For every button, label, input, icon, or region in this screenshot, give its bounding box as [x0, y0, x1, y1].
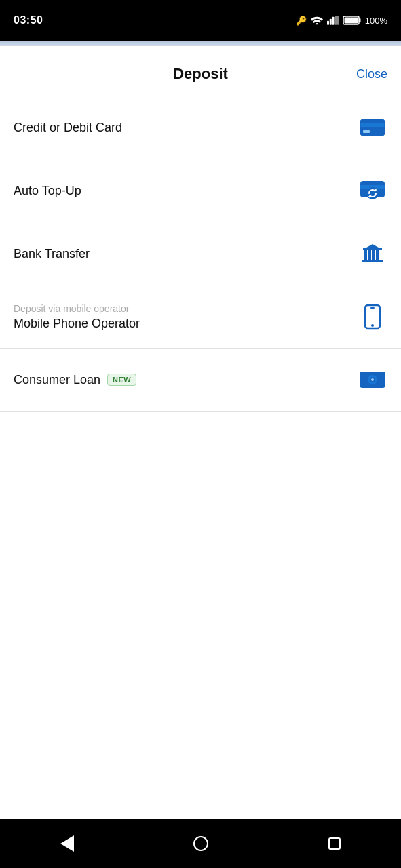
menu-item-title-consumer-loan: Consumer Loan [14, 373, 100, 387]
nav-home-button[interactable] [184, 827, 218, 861]
svg-rect-7 [359, 18, 361, 22]
menu-item-auto-top-up[interactable]: Auto Top-Up [0, 159, 401, 222]
svg-point-14 [366, 187, 379, 199]
menu-item-mobile-phone-operator[interactable]: Deposit via mobile operator Mobile Phone… [0, 285, 401, 349]
svg-rect-6 [344, 18, 358, 24]
key-icon: 🔑 [296, 16, 307, 26]
svg-rect-10 [363, 130, 370, 133]
menu-item-title-mobile: Mobile Phone Operator [14, 317, 140, 331]
svg-rect-21 [376, 250, 379, 260]
page-title: Deposit [173, 65, 228, 83]
status-time: 03:50 [14, 14, 43, 26]
accent-bar [0, 41, 401, 46]
svg-rect-20 [372, 250, 375, 260]
svg-rect-0 [327, 21, 329, 25]
svg-rect-25 [370, 307, 375, 309]
menu-item-title-bank-transfer: Bank Transfer [14, 247, 90, 261]
svg-point-26 [371, 324, 374, 327]
bank-icon [358, 239, 387, 269]
svg-rect-22 [362, 260, 383, 262]
svg-rect-18 [364, 250, 367, 260]
signal-icon [327, 16, 339, 25]
close-button[interactable]: Close [356, 67, 387, 81]
recents-icon [328, 837, 341, 850]
main-content: Deposit Close Credit or Debit Card Auto … [0, 46, 401, 819]
nav-bar [0, 819, 401, 868]
deposit-menu-list: Credit or Debit Card Auto Top-Up [0, 96, 401, 458]
nav-back-button[interactable] [50, 827, 84, 861]
home-icon [193, 836, 208, 851]
svg-point-30 [371, 378, 374, 381]
new-badge-consumer-loan: NEW [107, 374, 136, 386]
menu-item-credit-debit-card[interactable]: Credit or Debit Card [0, 96, 401, 159]
svg-rect-1 [330, 19, 332, 25]
status-bar: 03:50 🔑 100% [0, 0, 401, 41]
menu-item-consumer-loan[interactable]: Consumer Loan NEW [0, 349, 401, 412]
svg-rect-3 [335, 16, 337, 25]
menu-item-bank-transfer[interactable]: Bank Transfer [0, 222, 401, 285]
menu-item-title-auto-top-up: Auto Top-Up [14, 184, 81, 198]
battery-percent: 100% [365, 16, 387, 26]
battery-icon [343, 16, 361, 25]
wifi-icon [311, 16, 323, 25]
menu-item-subtitle-mobile: Deposit via mobile operator [14, 303, 140, 314]
svg-rect-9 [360, 123, 385, 127]
empty-area [0, 458, 401, 819]
auto-top-up-icon [358, 176, 387, 205]
menu-item-title-credit-debit-card: Credit or Debit Card [14, 121, 122, 135]
svg-rect-23 [363, 248, 382, 250]
phone-icon [358, 302, 387, 332]
loan-icon [358, 365, 387, 395]
back-icon [60, 835, 74, 852]
status-icons: 🔑 100% [296, 16, 387, 26]
svg-rect-19 [368, 250, 371, 260]
svg-rect-4 [337, 16, 339, 25]
page-header: Deposit Close [0, 46, 401, 96]
nav-recents-button[interactable] [318, 827, 351, 861]
svg-rect-2 [332, 17, 334, 25]
card-icon [358, 113, 387, 142]
